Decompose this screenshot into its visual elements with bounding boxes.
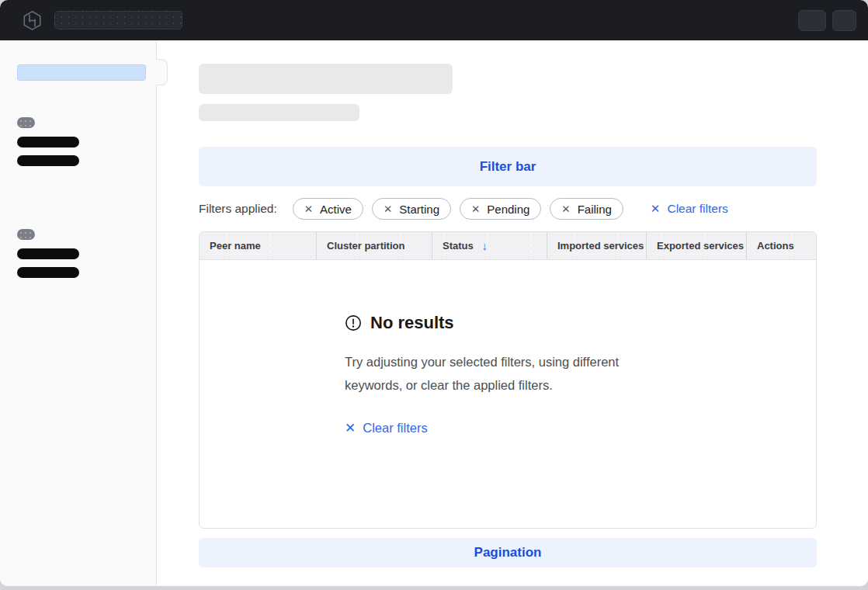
sidebar xyxy=(0,40,157,586)
main-content: Filter bar Filters applied: ✕ Active ✕ S… xyxy=(157,40,868,586)
page-subtitle-skeleton xyxy=(199,104,359,121)
sidebar-item-skeleton[interactable] xyxy=(17,267,79,278)
column-header-label: Exported services xyxy=(657,240,744,252)
sidebar-item-skeleton[interactable] xyxy=(17,155,79,166)
filter-pill-label: Failing xyxy=(578,203,612,216)
hashicorp-logo-icon xyxy=(22,10,43,31)
filter-pill-pending[interactable]: ✕ Pending xyxy=(460,198,541,220)
column-header-actions: Actions xyxy=(747,232,816,259)
navbar-actions xyxy=(798,10,856,31)
column-header-label: Peer name xyxy=(210,240,261,252)
empty-state-header: No results xyxy=(345,313,671,333)
empty-state-description: Try adjusting your selected filters, usi… xyxy=(345,350,649,397)
x-icon[interactable]: ✕ xyxy=(471,203,480,215)
column-header-label: Cluster partition xyxy=(327,240,404,252)
filter-bar-label: Filter bar xyxy=(480,159,536,175)
app-window: Filter bar Filters applied: ✕ Active ✕ S… xyxy=(0,0,868,586)
column-header-status[interactable]: Status ↓ xyxy=(432,232,547,259)
filter-pill-label: Starting xyxy=(399,203,439,216)
column-header-exported-services[interactable]: Exported services xyxy=(647,232,747,259)
x-icon[interactable]: ✕ xyxy=(304,203,313,215)
clear-filters-label: Clear filters xyxy=(667,202,727,216)
search-input-skeleton[interactable] xyxy=(54,11,182,30)
table-header-row: Peer name Cluster partition Status ↓ Imp… xyxy=(200,232,816,260)
filter-pill-active[interactable]: ✕ Active xyxy=(293,198,363,220)
peers-table: Peer name Cluster partition Status ↓ Imp… xyxy=(199,231,817,529)
empty-state-clear-filters-label: Clear filters xyxy=(363,421,427,436)
clear-filters-link[interactable]: ✕ Clear filters xyxy=(651,202,728,216)
column-header-cluster-partition[interactable]: Cluster partition xyxy=(317,232,432,259)
page-title-skeleton xyxy=(199,64,453,94)
navbar-button-skeleton[interactable] xyxy=(798,10,826,31)
sidebar-section-label-skeleton xyxy=(17,117,35,128)
applied-filters-row: Filters applied: ✕ Active ✕ Starting ✕ P… xyxy=(199,198,817,220)
sort-descending-icon[interactable]: ↓ xyxy=(482,240,488,252)
filter-pill-label: Pending xyxy=(487,203,529,216)
empty-state-title: No results xyxy=(370,313,454,333)
x-icon: ✕ xyxy=(345,420,356,436)
sidebar-item-skeleton[interactable] xyxy=(17,137,79,148)
x-icon[interactable]: ✕ xyxy=(561,203,570,215)
navbar-button-skeleton[interactable] xyxy=(832,10,856,31)
column-header-label: Imported services xyxy=(557,240,644,252)
sidebar-toggle-handle[interactable] xyxy=(156,59,168,85)
sidebar-item-skeleton[interactable] xyxy=(17,248,79,259)
filter-pill-label: Active xyxy=(320,203,352,216)
filters-applied-label: Filters applied: xyxy=(199,202,277,216)
column-header-label: Actions xyxy=(757,240,794,252)
filter-bar-placeholder: Filter bar xyxy=(199,147,817,186)
pagination-placeholder: Pagination xyxy=(199,538,817,567)
filter-pill-starting[interactable]: ✕ Starting xyxy=(372,198,451,220)
pagination-label: Pagination xyxy=(474,545,542,560)
sidebar-section-label-skeleton xyxy=(17,229,35,240)
empty-state-clear-filters-link[interactable]: ✕ Clear filters xyxy=(345,420,671,436)
top-navbar xyxy=(0,0,868,40)
x-icon: ✕ xyxy=(651,202,661,216)
column-header-label: Status xyxy=(443,240,474,252)
alert-circle-icon xyxy=(345,314,362,331)
column-header-imported-services[interactable]: Imported services xyxy=(547,232,647,259)
empty-state: No results Try adjusting your selected f… xyxy=(345,313,671,529)
sidebar-item-selected-skeleton[interactable] xyxy=(17,64,146,81)
x-icon[interactable]: ✕ xyxy=(384,203,392,215)
column-header-peer-name[interactable]: Peer name xyxy=(200,232,317,259)
filter-pill-failing[interactable]: ✕ Failing xyxy=(550,198,623,220)
table-body: No results Try adjusting your selected f… xyxy=(200,260,816,529)
